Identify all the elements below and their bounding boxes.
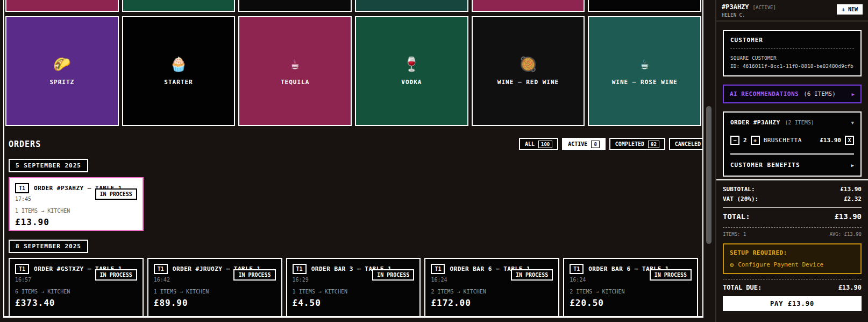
gear-icon: ⚙ bbox=[730, 262, 734, 268]
pos-app: 🌮 SPRITZ 🧁 STARTER ☕ TEQUILA 🍷 VODKA 🥘 W… bbox=[0, 0, 868, 322]
main-panel: 🌮 SPRITZ 🧁 STARTER ☕ TEQUILA 🍷 VODKA 🥘 W… bbox=[3, 0, 703, 318]
date-group-label: 5 SEPTEMBER 2025 bbox=[9, 159, 88, 172]
order-items-summary: 1 ITEMS → KITCHEN bbox=[293, 289, 415, 295]
order-items-summary: 2 ITEMS → KITCHEN bbox=[431, 289, 553, 295]
order-total: £373.40 bbox=[15, 298, 137, 308]
filter-count-badge: 8 bbox=[591, 141, 599, 148]
order-sidebar: #P3AHZY [ACTIVE] HELEN C. + NEW CUSTOMER… bbox=[715, 0, 868, 322]
status-badge: IN PROCESS bbox=[95, 269, 137, 281]
item-price: £13.90 bbox=[820, 137, 841, 144]
wine-glass-emoji-icon: 🍷 bbox=[403, 57, 420, 71]
order-items-summary: 6 ITEMS → KITCHEN bbox=[15, 289, 137, 295]
hot-beverage-emoji-icon: ☕ bbox=[291, 57, 300, 71]
order-panel-title: ORDER #P3AHZY bbox=[730, 119, 780, 126]
filter-label: CANCELED bbox=[675, 141, 701, 147]
order-card-gstxzy[interactable]: T1 ORDER #GSTXZY — TABLE 1 IN PROCESS 16… bbox=[9, 258, 144, 318]
category-tile-tequila[interactable]: ☕ TEQUILA bbox=[238, 16, 352, 126]
configure-payment-device-label: Configure Payment Device bbox=[738, 261, 823, 268]
configure-payment-device-button[interactable]: ⚙ Configure Payment Device bbox=[730, 261, 855, 268]
customer-benefits-button[interactable]: CUSTOMER BENEFITS ▶ bbox=[730, 153, 854, 176]
category-label: STARTER bbox=[164, 79, 193, 86]
category-tile-red-wine[interactable]: 🥘 WINE — RED WINE bbox=[472, 16, 585, 126]
order-items-summary: 2 ITEMS → KITCHEN bbox=[570, 289, 692, 295]
subtotal-label: SUBTOTAL: bbox=[723, 185, 755, 194]
table-badge: T1 bbox=[15, 264, 29, 274]
category-grid: 🌮 SPRITZ 🧁 STARTER ☕ TEQUILA 🍷 VODKA 🥘 W… bbox=[5, 16, 701, 126]
total-due-label: TOTAL DUE: bbox=[723, 284, 762, 291]
hot-beverage-emoji-icon: ☕ bbox=[641, 57, 649, 71]
current-order-panel: ORDER #P3AHZY (2 ITEMS) ▼ − 2 + BRUSCHET… bbox=[723, 111, 862, 177]
filter-all-button[interactable]: ALL 100 bbox=[519, 138, 558, 150]
remove-item-button[interactable]: X bbox=[845, 136, 854, 145]
current-order-status: [ACTIVE] bbox=[753, 5, 776, 10]
table-badge: T1 bbox=[154, 264, 168, 274]
subtotal-value: £13.90 bbox=[840, 185, 862, 194]
item-name: BRUSCHETTA bbox=[764, 137, 802, 144]
category-tile-spritz[interactable]: 🌮 SPRITZ bbox=[5, 16, 119, 126]
divider bbox=[723, 227, 862, 228]
filter-completed-button[interactable]: COMPLETED 92 bbox=[609, 138, 665, 150]
order-card-bar6-a[interactable]: T1 ORDER BAR 6 — TABLE 1 IN PROCESS 16:2… bbox=[424, 258, 559, 318]
order-items-summary: 1 ITEMS → KITCHEN bbox=[15, 208, 137, 214]
category-tile-partial[interactable] bbox=[122, 0, 236, 12]
order-card-bar3[interactable]: T1 ORDER BAR 3 — TABLE 1 IN PROCESS 16:2… bbox=[286, 258, 421, 318]
ai-recommendations-label: AI RECOMMENDATIONS bbox=[730, 90, 799, 97]
filter-canceled-button[interactable]: CANCELED bbox=[669, 138, 703, 150]
order-card-bar6-b[interactable]: T1 ORDER BAR 6 — TABLE 1 IN PROCESS 16:2… bbox=[563, 258, 698, 318]
paella-pan-emoji-icon: 🥘 bbox=[520, 57, 537, 71]
category-tile-vodka[interactable]: 🍷 VODKA bbox=[355, 16, 468, 126]
order-cards-row: T1 ORDER #GSTXZY — TABLE 1 IN PROCESS 16… bbox=[9, 258, 698, 318]
chevron-right-icon: ▶ bbox=[852, 92, 855, 97]
quantity-decrease-button[interactable]: − bbox=[730, 136, 739, 145]
order-panel-header[interactable]: ORDER #P3AHZY (2 ITEMS) ▼ bbox=[730, 119, 854, 126]
ai-recommendations-count: (6 ITEMS) bbox=[803, 90, 836, 97]
category-label: VODKA bbox=[401, 79, 422, 86]
taco-emoji-icon: 🌮 bbox=[53, 57, 70, 71]
sidebar-header: #P3AHZY [ACTIVE] HELEN C. + NEW bbox=[716, 0, 868, 22]
current-order-id: #P3AHZY bbox=[722, 3, 749, 11]
category-tile-starter[interactable]: 🧁 STARTER bbox=[122, 16, 236, 126]
filter-label: COMPLETED bbox=[615, 141, 644, 147]
category-tile-partial[interactable] bbox=[355, 0, 468, 12]
category-tile-partial[interactable] bbox=[588, 0, 701, 12]
customer-type: SQUARE CUSTOMER bbox=[730, 54, 854, 62]
category-label: SPRITZ bbox=[49, 79, 74, 86]
order-items-summary: 1 ITEMS → KITCHEN bbox=[154, 289, 276, 295]
filter-count-badge: 100 bbox=[538, 141, 552, 148]
table-badge: T1 bbox=[570, 264, 584, 274]
category-tile-rose-wine[interactable]: ☕ WINE — ROSE WINE bbox=[588, 16, 701, 126]
total-due-value: £13.90 bbox=[838, 284, 862, 291]
status-badge: IN PROCESS bbox=[233, 269, 275, 281]
current-customer-name: HELEN C. bbox=[722, 12, 776, 18]
filter-count-badge: 92 bbox=[648, 141, 659, 148]
status-badge: IN PROCESS bbox=[511, 269, 553, 281]
category-label: WINE — RED WINE bbox=[497, 79, 559, 86]
category-label: TEQUILA bbox=[281, 79, 309, 86]
filter-active-button[interactable]: ACTIVE 8 bbox=[562, 138, 606, 150]
scrollbar-thumb[interactable] bbox=[706, 106, 712, 244]
table-badge: T1 bbox=[431, 264, 445, 274]
order-total: £4.50 bbox=[293, 298, 415, 308]
sidebar-body: CUSTOMER SQUARE CUSTOMER ID: 4616011f-8c… bbox=[716, 22, 868, 322]
vat-value: £2.32 bbox=[844, 194, 862, 204]
filter-label: ACTIVE bbox=[568, 141, 587, 147]
chevron-down-icon: ▼ bbox=[851, 120, 854, 125]
quantity-increase-button[interactable]: + bbox=[751, 136, 760, 145]
vat-label: VAT (20%): bbox=[723, 194, 758, 204]
totals-section: SUBTOTAL: £13.90 VAT (20%): £2.32 TOTAL:… bbox=[716, 179, 868, 239]
main-scrollbar[interactable] bbox=[703, 0, 715, 322]
ai-recommendations-button[interactable]: AI RECOMMENDATIONS (6 ITEMS) ▶ bbox=[723, 85, 862, 103]
customer-id: ID: 4616011f-8cc1-11f0-8818-be02480d9cfb bbox=[730, 62, 854, 70]
pay-button[interactable]: PAY £13.90 bbox=[723, 296, 862, 311]
customer-panel: CUSTOMER SQUARE CUSTOMER ID: 4616011f-8c… bbox=[723, 30, 862, 76]
order-card-jruozy[interactable]: T1 ORDER #JRUOZY — TABLE 1 IN PROCESS 16… bbox=[147, 258, 282, 318]
new-order-button[interactable]: + NEW bbox=[837, 4, 863, 15]
order-cards-row: T1 ORDER #P3AHZY — TABLE 1 IN PROCESS 17… bbox=[9, 177, 698, 231]
order-card-p3ahzy[interactable]: T1 ORDER #P3AHZY — TABLE 1 IN PROCESS 17… bbox=[9, 177, 144, 231]
category-tile-partial[interactable] bbox=[238, 0, 352, 12]
divider bbox=[723, 207, 862, 208]
order-total: £20.50 bbox=[570, 298, 692, 308]
setup-required-panel: SETUP REQUIRED: ⚙ Configure Payment Devi… bbox=[723, 243, 862, 274]
category-tile-partial[interactable] bbox=[5, 0, 119, 12]
category-tile-partial[interactable] bbox=[472, 0, 585, 12]
